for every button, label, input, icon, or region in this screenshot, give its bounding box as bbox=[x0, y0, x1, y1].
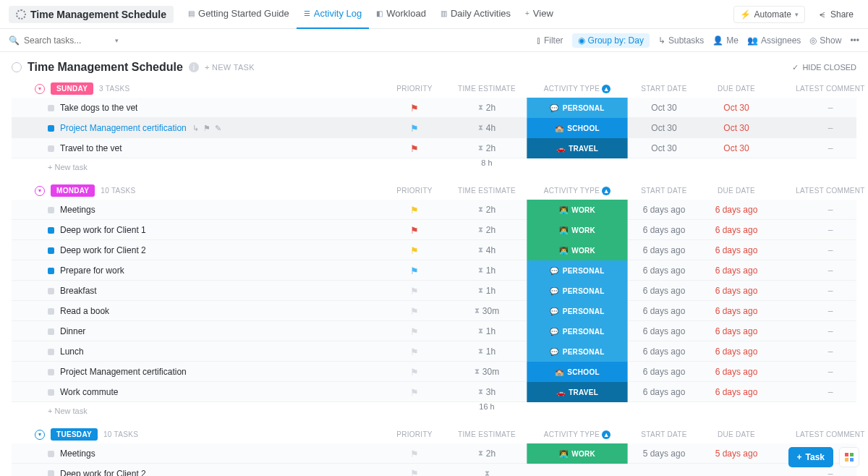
latest-comment[interactable]: – bbox=[773, 469, 868, 477]
task-name[interactable]: Read a book bbox=[60, 306, 109, 316]
hide-closed-button[interactable]: ✓HIDE CLOSED bbox=[792, 63, 856, 72]
activity-type-badge[interactable]: 👨‍💻WORK bbox=[527, 220, 628, 240]
latest-comment[interactable]: – bbox=[773, 123, 868, 133]
more-menu[interactable]: ••• bbox=[850, 35, 859, 46]
time-estimate[interactable]: ⧗1h bbox=[447, 347, 527, 357]
task-row[interactable]: Project Management certification ↳⚑✎ ⚑ ⧗… bbox=[12, 118, 856, 138]
task-row[interactable]: Travel to the vet ⚑ ⧗2h 🚗TRAVEL Oct 30 O… bbox=[12, 138, 856, 158]
status-square[interactable] bbox=[48, 349, 54, 355]
tab-daily-activities[interactable]: ▥Daily Activities bbox=[433, 0, 518, 29]
col-due-date[interactable]: DUE DATE bbox=[700, 430, 773, 438]
col-priority[interactable]: PRIORITY bbox=[382, 430, 447, 438]
due-date[interactable]: 6 days ago bbox=[700, 367, 773, 377]
due-date[interactable]: 6 days ago bbox=[700, 387, 773, 397]
time-estimate[interactable]: ⧗1h bbox=[447, 286, 527, 296]
new-task-button[interactable]: + NEW TASK bbox=[205, 63, 255, 72]
time-estimate[interactable]: ⧗4h bbox=[447, 245, 527, 255]
col-activity-type[interactable]: ACTIVITY TYPE ▲ bbox=[527, 85, 628, 93]
latest-comment[interactable]: – bbox=[773, 103, 868, 113]
task-row[interactable]: Project Management certification ⚑ ⧗30m … bbox=[12, 362, 856, 382]
due-date[interactable]: Oct 30 bbox=[700, 143, 773, 153]
time-estimate[interactable]: ⧗2h bbox=[447, 225, 527, 235]
status-square[interactable] bbox=[48, 227, 54, 234]
latest-comment[interactable]: – bbox=[773, 143, 868, 153]
priority-flag-icon[interactable]: ⚑ bbox=[410, 225, 419, 236]
activity-type-badge[interactable]: 🚗TRAVEL bbox=[527, 138, 628, 158]
start-date[interactable]: 6 days ago bbox=[628, 367, 700, 377]
due-date[interactable]: 6 days ago bbox=[700, 205, 773, 215]
col-activity-type[interactable]: ACTIVITY TYPE ▲ bbox=[527, 430, 628, 439]
activity-type-badge[interactable]: 🏫SCHOOL bbox=[527, 362, 628, 382]
latest-comment[interactable]: – bbox=[773, 347, 868, 357]
task-row[interactable]: Meetings ⚑ ⧗2h 👨‍💻WORK 5 days ago 5 days… bbox=[12, 443, 856, 464]
time-estimate[interactable]: ⧗3h bbox=[447, 387, 527, 397]
apps-fab[interactable] bbox=[839, 447, 859, 467]
priority-flag-icon[interactable]: ⚑ bbox=[410, 387, 419, 398]
task-name[interactable]: Deep work for Client 1 bbox=[60, 225, 146, 235]
priority-flag-icon[interactable]: ⚑ bbox=[410, 367, 419, 378]
latest-comment[interactable]: – bbox=[773, 286, 868, 296]
edit-icon[interactable]: ✎ bbox=[215, 124, 221, 133]
priority-flag-icon[interactable]: ⚑ bbox=[410, 347, 419, 357]
task-row[interactable]: Read a book ⚑ ⧗30m 💬PERSONAL 6 days ago … bbox=[12, 301, 856, 321]
task-name[interactable]: Meetings bbox=[60, 449, 95, 459]
task-name[interactable]: Breakfast bbox=[60, 286, 97, 296]
time-estimate[interactable]: ⧗ bbox=[447, 469, 527, 477]
task-name[interactable]: Take dogs to the vet bbox=[60, 103, 137, 113]
due-date[interactable]: 6 days ago bbox=[700, 306, 773, 316]
info-icon[interactable]: i bbox=[189, 62, 199, 72]
task-row[interactable]: Deep work for Client 2 ⚑ ⧗4h 👨‍💻WORK 6 d… bbox=[12, 240, 856, 260]
list-status-icon[interactable] bbox=[12, 62, 22, 72]
activity-type-badge[interactable]: 💬PERSONAL bbox=[527, 321, 628, 341]
tab-view[interactable]: +View bbox=[518, 0, 561, 29]
due-date[interactable]: 6 days ago bbox=[700, 286, 773, 296]
due-date[interactable]: 6 days ago bbox=[700, 245, 773, 255]
latest-comment[interactable]: – bbox=[773, 306, 868, 316]
col-priority[interactable]: PRIORITY bbox=[382, 187, 447, 195]
filter-button[interactable]: ⫿Filter bbox=[537, 35, 563, 46]
status-square[interactable] bbox=[48, 470, 54, 476]
task-name[interactable]: Work commute bbox=[60, 387, 118, 397]
start-date[interactable]: 5 days ago bbox=[628, 449, 700, 459]
col-activity-type[interactable]: ACTIVITY TYPE ▲ bbox=[527, 187, 628, 195]
task-name[interactable]: Travel to the vet bbox=[60, 143, 122, 153]
subtasks-button[interactable]: ↳Subtasks bbox=[658, 35, 704, 46]
priority-flag-icon[interactable]: ⚑ bbox=[410, 245, 419, 256]
priority-flag-icon[interactable]: ⚑ bbox=[410, 468, 419, 476]
start-date[interactable]: 6 days ago bbox=[628, 225, 700, 235]
activity-type-badge[interactable]: 💬PERSONAL bbox=[527, 341, 628, 362]
task-row[interactable]: Deep work for Client 1 ⚑ ⧗2h 👨‍💻WORK 6 d… bbox=[12, 220, 856, 240]
start-date[interactable]: Oct 30 bbox=[628, 123, 700, 133]
priority-flag-icon[interactable]: ⚑ bbox=[410, 286, 419, 297]
time-estimate[interactable]: ⧗2h bbox=[447, 449, 527, 459]
col-latest-comment[interactable]: LATEST COMMENT bbox=[773, 430, 868, 438]
time-estimate[interactable]: ⧗30m bbox=[447, 367, 527, 377]
status-square[interactable] bbox=[48, 451, 54, 457]
status-square[interactable] bbox=[48, 308, 54, 315]
show-button[interactable]: ◎Show bbox=[809, 35, 841, 46]
status-square[interactable] bbox=[48, 125, 54, 132]
tab-activity-log[interactable]: ☰Activity Log bbox=[297, 0, 369, 29]
start-date[interactable]: Oct 30 bbox=[628, 103, 700, 113]
new-task-fab[interactable]: +Task bbox=[788, 447, 833, 467]
automate-button[interactable]: ⚡ Automate ▾ bbox=[733, 6, 805, 23]
subtask-icon[interactable]: ↳ bbox=[192, 124, 199, 133]
group-collapse-toggle[interactable]: ▾ bbox=[35, 84, 45, 94]
col-time-estimate[interactable]: TIME ESTIMATE bbox=[447, 430, 527, 438]
latest-comment[interactable]: – bbox=[773, 245, 868, 255]
task-row[interactable]: Prepare for work ⚑ ⧗1h 💬PERSONAL 6 days … bbox=[12, 260, 856, 281]
due-date[interactable]: 6 days ago bbox=[700, 347, 773, 357]
task-row[interactable]: Dinner ⚑ ⧗1h 💬PERSONAL 6 days ago 6 days… bbox=[12, 321, 856, 341]
start-date[interactable]: 6 days ago bbox=[628, 387, 700, 397]
search-input[interactable] bbox=[24, 35, 111, 46]
search-box[interactable]: 🔍 ▾ bbox=[9, 35, 124, 46]
start-date[interactable]: 6 days ago bbox=[628, 245, 700, 255]
col-due-date[interactable]: DUE DATE bbox=[700, 187, 773, 195]
status-square[interactable] bbox=[48, 105, 54, 111]
activity-type-badge[interactable]: 👨‍💻WORK bbox=[527, 240, 628, 260]
group-name-pill[interactable]: SUNDAY bbox=[51, 82, 93, 95]
task-name[interactable]: Deep work for Client 2 bbox=[60, 469, 146, 477]
col-priority[interactable]: PRIORITY bbox=[382, 85, 447, 93]
start-date[interactable]: 6 days ago bbox=[628, 347, 700, 357]
col-start-date[interactable]: START DATE bbox=[628, 430, 700, 438]
